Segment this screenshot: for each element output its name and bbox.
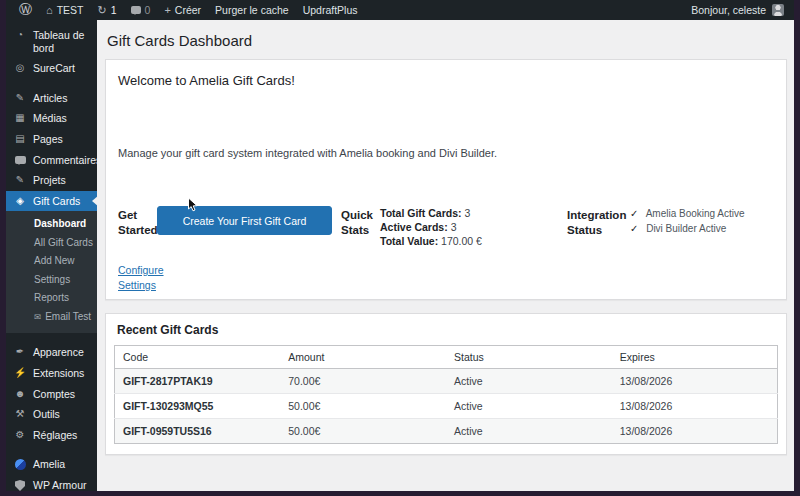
sidebar-item-label: Comptes bbox=[33, 388, 75, 401]
checkmark-icon: ✓ bbox=[630, 223, 638, 234]
sidebar-item-amelia[interactable]: Amelia bbox=[6, 454, 97, 475]
sidebar-item-extensions[interactable]: ⚡ Extensions bbox=[6, 363, 97, 384]
submenu-item-reports[interactable]: Reports bbox=[6, 289, 97, 308]
cell-status: Active bbox=[446, 369, 612, 394]
surecart-icon: ◎ bbox=[14, 62, 26, 75]
dashboard-icon: ◔ bbox=[14, 29, 26, 42]
cell-expires: 13/08/2026 bbox=[612, 369, 778, 394]
sidebar-item-label: Gift Cards bbox=[33, 195, 80, 208]
integration-status-heading: Integration Status bbox=[567, 208, 630, 238]
settings-icon: ⚙ bbox=[14, 429, 26, 442]
wordpress-menu-button[interactable]: Ⓦ bbox=[12, 0, 39, 20]
comments-count: 0 bbox=[145, 4, 151, 16]
quick-stats-heading: Quick Stats bbox=[341, 208, 380, 238]
table-header-row: Code Amount Status Expires bbox=[115, 346, 778, 369]
cell-amount: 50.00€ bbox=[280, 394, 446, 419]
purge-cache-button[interactable]: Purger le cache bbox=[208, 0, 296, 20]
sidebar-item-commentaires[interactable]: Commentaires bbox=[6, 150, 97, 171]
recent-gift-cards-heading: Recent Gift Cards bbox=[117, 323, 778, 337]
email-test-icon: ✉ bbox=[34, 312, 41, 323]
cell-code: GIFT-130293MQ55 bbox=[115, 394, 281, 419]
column-header-code: Code bbox=[115, 346, 281, 369]
new-content-button[interactable]: + Créer bbox=[157, 0, 208, 20]
submenu-item-dashboard[interactable]: Dashboard bbox=[6, 215, 97, 234]
plugins-icon: ⚡ bbox=[14, 367, 26, 380]
updates-icon: ↻ bbox=[98, 5, 107, 16]
page-title: Gift Cards Dashboard bbox=[107, 32, 787, 49]
comments-link[interactable]: 0 bbox=[124, 0, 158, 20]
submenu-item-add-new[interactable]: Add New bbox=[6, 252, 97, 271]
configure-settings-link[interactable]: Configure Settings bbox=[118, 263, 170, 292]
stat-active-cards: Active Cards: 3 bbox=[380, 220, 500, 234]
comments-bubble-icon bbox=[15, 156, 26, 164]
comments-icon bbox=[131, 6, 141, 14]
sidebar-item-surecart[interactable]: ◎ SureCart bbox=[6, 58, 97, 79]
sidebar-item-outils[interactable]: ⚒ Outils bbox=[6, 404, 97, 425]
sidebar-item-projets[interactable]: ✎ Projets bbox=[6, 170, 97, 191]
sidebar-item-label: Commentaires bbox=[33, 154, 97, 167]
submenu-item-all-gift-cards[interactable]: All Gift Cards bbox=[6, 234, 97, 253]
sidebar-item-label: WP Armour bbox=[33, 479, 86, 491]
sidebar-item-wp-armour[interactable]: WP Armour bbox=[6, 475, 97, 491]
sidebar-item-medias[interactable]: ▦ Médias bbox=[6, 108, 97, 129]
submenu-item-email-test[interactable]: ✉ Email Test bbox=[6, 308, 97, 327]
stat-total-value: Total Value: 170.00 € bbox=[380, 234, 500, 248]
cell-amount: 70.00€ bbox=[280, 369, 446, 394]
sidebar-item-articles[interactable]: ✎ Articles bbox=[6, 88, 97, 109]
amelia-logo-icon bbox=[15, 459, 26, 470]
home-icon: ⌂ bbox=[46, 5, 53, 16]
purge-cache-label: Purger le cache bbox=[215, 4, 289, 16]
sidebar-separator bbox=[6, 79, 97, 88]
cell-status: Active bbox=[446, 394, 612, 419]
site-name-label: TEST bbox=[57, 4, 84, 16]
cell-expires: 13/08/2026 bbox=[612, 419, 778, 444]
account-menu[interactable]: Bonjour, celeste bbox=[691, 4, 788, 16]
new-content-label: Créer bbox=[175, 4, 201, 16]
greeting-label: Bonjour, celeste bbox=[691, 4, 766, 16]
sidebar-item-gift-cards[interactable]: ◈ Gift Cards bbox=[6, 191, 97, 212]
sidebar-item-label: Médias bbox=[33, 112, 67, 125]
sidebar-item-label: Extensions bbox=[33, 367, 84, 380]
updates-count: 1 bbox=[111, 4, 117, 16]
sidebar-item-apparence[interactable]: ✒ Apparence bbox=[6, 342, 97, 363]
checkmark-icon: ✓ bbox=[630, 208, 638, 219]
integration-amelia: ✓ Amelia Booking Active bbox=[630, 206, 745, 221]
welcome-description: Manage your gift card system integrated … bbox=[118, 147, 774, 159]
browser-viewport: Ⓦ ⌂ TEST ↻ 1 0 + Créer Purger le cache U… bbox=[6, 0, 794, 491]
sidebar-item-label: SureCart bbox=[33, 62, 75, 75]
pages-icon: ▤ bbox=[14, 133, 26, 146]
sidebar-item-label: Amelia bbox=[33, 458, 65, 471]
get-started-heading: Get Started bbox=[118, 208, 157, 238]
sidebar-item-label: Réglages bbox=[33, 429, 77, 442]
column-header-expires: Expires bbox=[612, 346, 778, 369]
admin-bar: Ⓦ ⌂ TEST ↻ 1 0 + Créer Purger le cache U… bbox=[6, 0, 794, 20]
gift-cards-submenu: Dashboard All Gift Cards Add New Setting… bbox=[6, 211, 97, 333]
plus-icon: + bbox=[164, 5, 170, 16]
wordpress-logo-icon: Ⓦ bbox=[19, 1, 32, 19]
users-icon: ☻ bbox=[14, 388, 26, 401]
appearance-brush-icon: ✒ bbox=[14, 346, 26, 359]
welcome-columns: Get Started Create Your First Gift Card … bbox=[118, 206, 774, 248]
submenu-item-settings[interactable]: Settings bbox=[6, 271, 97, 290]
updraftplus-menu[interactable]: UpdraftPlus bbox=[296, 0, 365, 20]
sidebar-item-comptes[interactable]: ☻ Comptes bbox=[6, 384, 97, 405]
sidebar-item-reglages[interactable]: ⚙ Réglages bbox=[6, 425, 97, 446]
recent-gift-cards-panel: Recent Gift Cards Code Amount Status Exp… bbox=[105, 313, 787, 455]
create-first-gift-card-button[interactable]: Create Your First Gift Card bbox=[157, 206, 332, 235]
projects-pin-icon: ✎ bbox=[14, 174, 26, 187]
sidebar-item-label: Tableau de bord bbox=[33, 29, 93, 54]
sidebar-item-label: Apparence bbox=[33, 346, 84, 359]
sidebar-item-label: Projets bbox=[33, 174, 66, 187]
sidebar-item-tableau-de-bord[interactable]: ◔ Tableau de bord bbox=[6, 25, 97, 58]
updates-link[interactable]: ↻ 1 bbox=[91, 0, 124, 20]
sidebar-item-pages[interactable]: ▤ Pages bbox=[6, 129, 97, 150]
column-header-amount: Amount bbox=[280, 346, 446, 369]
sidebar-item-label: Pages bbox=[33, 133, 63, 146]
cell-expires: 13/08/2026 bbox=[612, 394, 778, 419]
cell-code: GIFT-0959TU5S16 bbox=[115, 419, 281, 444]
table-row: GIFT-0959TU5S16 50.00€ Active 13/08/2026 bbox=[115, 419, 778, 444]
site-name-link[interactable]: ⌂ TEST bbox=[39, 0, 91, 20]
tools-wrench-icon: ⚒ bbox=[14, 408, 26, 421]
avatar bbox=[772, 4, 784, 16]
table-row: GIFT-2817PTAK19 70.00€ Active 13/08/2026 bbox=[115, 369, 778, 394]
